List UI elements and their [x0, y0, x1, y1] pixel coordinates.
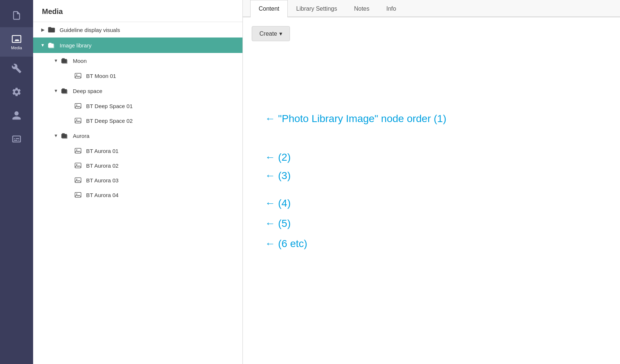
svg-point-23 [76, 179, 77, 180]
toggle-icon: ▼ [52, 58, 60, 63]
node-label: Deep space [73, 88, 102, 94]
right-content: Create ▾ ← "Photo Library Image" node or… [243, 17, 620, 364]
tree-panel: Media ▶ Guideline display visuals ▼ Imag… [33, 0, 243, 364]
annotation-3: ← (3) [265, 170, 291, 182]
tab-content[interactable]: Content [250, 0, 288, 17]
svg-rect-6 [75, 73, 81, 78]
create-button[interactable]: Create ▾ [252, 26, 290, 41]
image-icon [73, 72, 83, 79]
icon-rail: Media [0, 0, 33, 364]
tree-node-bt-aurora-04[interactable]: BT Aurora 04 [33, 188, 242, 202]
document-icon [11, 10, 22, 21]
tree-node-deep-space[interactable]: ▼ Deep space [33, 83, 242, 99]
svg-point-14 [76, 119, 77, 120]
tree-node-image-library[interactable]: ▼ Image library [33, 38, 242, 53]
tab-library-settings[interactable]: Library Settings [288, 0, 346, 17]
svg-rect-4 [61, 59, 67, 63]
right-panel: ContentLibrary SettingsNotesInfo Create … [243, 0, 620, 364]
create-label: Create [259, 31, 277, 37]
tabs-bar: ContentLibrary SettingsNotesInfo [243, 0, 620, 17]
settings-icon [11, 87, 22, 97]
rail-item-media[interactable]: Media [0, 27, 33, 57]
toggle-icon: ▼ [39, 43, 46, 48]
tree-node-moon[interactable]: ▼ Moon [33, 53, 242, 68]
node-label: BT Moon 01 [86, 73, 116, 79]
svg-rect-16 [61, 134, 67, 138]
svg-rect-11 [75, 103, 81, 108]
annotation-4: ← (4) [265, 197, 291, 209]
node-label: BT Aurora 02 [86, 163, 118, 169]
tree-node-bt-aurora-03[interactable]: BT Aurora 03 [33, 173, 242, 188]
annotation-overlay: ← "Photo Library Image" node order (1) ←… [243, 17, 620, 364]
svg-rect-10 [62, 89, 65, 90]
node-label: BT Deep Space 01 [86, 103, 132, 109]
svg-rect-18 [75, 148, 81, 153]
annotation-2: ← (2) [265, 151, 291, 163]
rail-item-document[interactable] [0, 4, 33, 27]
node-label: Moon [73, 58, 87, 64]
svg-rect-2 [49, 43, 52, 44]
tree-body: ▶ Guideline display visuals ▼ Image libr… [33, 22, 242, 364]
toggle-icon: ▶ [39, 27, 46, 32]
svg-rect-9 [61, 89, 67, 93]
tree-node-bt-moon-01[interactable]: BT Moon 01 [33, 68, 242, 83]
image-icon [73, 191, 83, 199]
toggle-icon: ▼ [52, 133, 60, 138]
card-icon [11, 134, 22, 144]
svg-rect-20 [75, 163, 81, 168]
library-icon [46, 41, 57, 49]
rail-item-settings[interactable] [0, 80, 33, 104]
image-icon [73, 102, 83, 110]
svg-rect-22 [75, 178, 81, 182]
svg-point-12 [76, 104, 77, 106]
tree-node-guideline[interactable]: ▶ Guideline display visuals [33, 22, 242, 38]
library-icon [60, 132, 70, 140]
svg-point-7 [76, 74, 77, 75]
svg-rect-13 [75, 118, 81, 123]
image-icon [73, 147, 83, 154]
tree-node-bt-aurora-01[interactable]: BT Aurora 01 [33, 143, 242, 158]
media-icon [11, 34, 22, 44]
tree-node-bt-deep-space-02[interactable]: BT Deep Space 02 [33, 113, 242, 128]
node-label: Image library [60, 42, 92, 49]
svg-point-19 [76, 149, 77, 150]
rail-item-tools[interactable] [0, 57, 33, 80]
tree-node-bt-aurora-02[interactable]: BT Aurora 02 [33, 158, 242, 173]
create-dropdown-icon: ▾ [279, 30, 282, 37]
annotation-5: ← (5) [265, 218, 291, 229]
folder-icon [46, 26, 57, 34]
image-icon [73, 176, 83, 184]
annotation-main-text: ← "Photo Library Image" node order (1) [265, 113, 446, 125]
svg-point-25 [76, 193, 77, 195]
node-label: BT Aurora 04 [86, 192, 118, 198]
rail-item-user[interactable] [0, 104, 33, 127]
svg-rect-17 [62, 133, 65, 135]
image-icon [73, 117, 83, 124]
tree-header: Media [33, 0, 242, 22]
node-label: Aurora [73, 133, 89, 139]
svg-rect-24 [75, 192, 81, 197]
tools-icon [11, 63, 22, 74]
node-label: BT Aurora 01 [86, 148, 118, 154]
library-icon [60, 57, 70, 65]
annotation-6: ← (6 etc) [265, 238, 307, 250]
rail-media-label: Media [11, 46, 22, 50]
node-label: BT Deep Space 02 [86, 118, 132, 124]
rail-item-card[interactable] [0, 127, 33, 151]
node-label: BT Aurora 03 [86, 177, 118, 183]
svg-rect-5 [62, 58, 65, 60]
tree-node-aurora[interactable]: ▼ Aurora [33, 128, 242, 143]
svg-rect-1 [48, 43, 54, 47]
image-icon [73, 162, 83, 169]
node-label: Guideline display visuals [60, 27, 120, 33]
toggle-icon: ▼ [52, 88, 60, 93]
user-icon [11, 110, 22, 121]
tab-notes[interactable]: Notes [346, 0, 378, 17]
tree-node-bt-deep-space-01[interactable]: BT Deep Space 01 [33, 99, 242, 113]
svg-point-21 [76, 164, 77, 165]
library-icon [60, 87, 70, 95]
tab-info[interactable]: Info [378, 0, 405, 17]
